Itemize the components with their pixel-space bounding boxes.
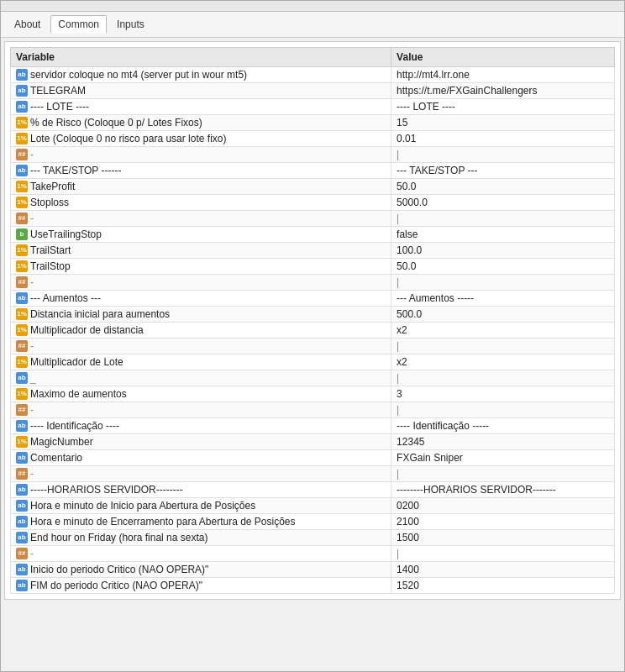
value-cell[interactable]: FXGain Sniper — [391, 450, 615, 466]
variable-label: - — [30, 404, 34, 416]
variable-label: End hour on Friday (hora final na sexta) — [30, 532, 207, 543]
value-cell[interactable]: 12345 — [391, 434, 615, 450]
col-value: Value — [391, 48, 615, 67]
value-cell[interactable]: 50.0 — [391, 179, 615, 195]
variable-cell: ##- — [11, 339, 391, 354]
table-row[interactable]: 1%TrailStop50.0 — [11, 259, 615, 275]
table-row[interactable]: ab---- Identificação -------- Identifica… — [11, 418, 615, 434]
menu-about[interactable]: About — [8, 16, 47, 33]
variable-cell: ab--- TAKE/STOP ------ — [11, 163, 391, 179]
type-icon: ## — [16, 404, 28, 416]
table-row[interactable]: abFIM do periodo Critico (NAO OPERA)"152… — [11, 578, 615, 594]
table-row[interactable]: 1%Lote (Coloque 0 no risco para usar lot… — [11, 131, 615, 147]
table-row[interactable]: 1%Maximo de aumentos3 — [11, 386, 615, 402]
table-row[interactable]: ##-| — [11, 275, 615, 291]
variable-cell: 1%MagicNumber — [11, 434, 391, 450]
table-row[interactable]: 1%Multiplicador de Lotex2 — [11, 354, 615, 370]
variable-cell: 1%TakeProfit — [11, 179, 391, 195]
menu-inputs[interactable]: Inputs — [110, 16, 151, 33]
value-cell[interactable]: x2 — [391, 354, 615, 370]
value-cell[interactable]: --------HORARIOS SERVIDOR------- — [391, 482, 615, 498]
table-row[interactable]: ab---- LOTE -------- LOTE ---- — [11, 99, 615, 115]
value-cell[interactable]: 1500 — [391, 530, 615, 546]
value-cell[interactable]: 0.01 — [391, 131, 615, 147]
value-cell[interactable]: 50.0 — [391, 259, 615, 275]
value-cell[interactable]: | — [391, 275, 615, 291]
value-cell[interactable]: https://t.me/FXGainChallengers — [391, 83, 615, 99]
value-cell[interactable]: 3 — [391, 386, 615, 402]
table-row[interactable]: abHora e minuto de Encerramento para Abe… — [11, 514, 615, 530]
variable-cell: ##- — [11, 402, 391, 418]
variable-cell: ##- — [11, 147, 391, 163]
value-cell[interactable]: | — [391, 370, 615, 386]
table-row[interactable]: bUseTrailingStopfalse — [11, 227, 615, 243]
value-cell[interactable]: 2100 — [391, 514, 615, 530]
value-cell[interactable]: --- Aumentos ----- — [391, 291, 615, 307]
table-row[interactable]: ab-----HORARIOS SERVIDOR----------------… — [11, 482, 615, 498]
type-icon: ab — [16, 532, 28, 543]
value-cell[interactable]: | — [391, 466, 615, 482]
value-cell[interactable]: 5000.0 — [391, 195, 615, 211]
variable-cell: abEnd hour on Friday (hora final na sext… — [11, 530, 391, 546]
table-row[interactable]: ##-| — [11, 546, 615, 562]
value-cell[interactable]: 15 — [391, 115, 615, 131]
variable-cell: 1%Stoploss — [11, 195, 391, 211]
variable-label: TrailStop — [30, 260, 71, 272]
type-icon: ab — [16, 484, 28, 496]
type-icon: ab — [16, 372, 28, 384]
variable-cell: abInicio do periodo Critico (NAO OPERA)" — [11, 562, 391, 578]
table-row[interactable]: ##-| — [11, 339, 615, 354]
variable-label: - — [30, 149, 34, 160]
table-row[interactable]: 1%TrailStart100.0 — [11, 243, 615, 259]
table-row[interactable]: abComentarioFXGain Sniper — [11, 450, 615, 466]
value-cell[interactable]: --- TAKE/STOP --- — [391, 163, 615, 179]
table-row[interactable]: abInicio do periodo Critico (NAO OPERA)"… — [11, 562, 615, 578]
variable-cell: ab---- LOTE ---- — [11, 99, 391, 115]
variable-cell: 1%Distancia inicial para aumentos — [11, 307, 391, 323]
value-cell[interactable]: 1400 — [391, 562, 615, 578]
table-row[interactable]: ab--- Aumentos ------ Aumentos ----- — [11, 291, 615, 307]
type-icon: 1% — [16, 308, 28, 320]
variable-label: Inicio do periodo Critico (NAO OPERA)" — [30, 564, 208, 575]
value-cell[interactable]: 500.0 — [391, 307, 615, 323]
table-row[interactable]: ab_| — [11, 370, 615, 386]
table-row[interactable]: ##-| — [11, 402, 615, 418]
table-row[interactable]: 1%Distancia inicial para aumentos500.0 — [11, 307, 615, 323]
variable-label: - — [30, 276, 34, 288]
table-row[interactable]: abEnd hour on Friday (hora final na sext… — [11, 530, 615, 546]
menu-common[interactable]: Common — [50, 15, 107, 34]
value-cell[interactable]: http://mt4.lrr.one — [391, 67, 615, 83]
value-cell[interactable]: | — [391, 402, 615, 418]
table-row[interactable]: 1%% de Risco (Coloque 0 p/ Lotes Fixos)1… — [11, 115, 615, 131]
type-icon: ## — [16, 340, 28, 352]
variable-cell: ab-----HORARIOS SERVIDOR-------- — [11, 482, 391, 498]
table-row[interactable]: ##-| — [11, 147, 615, 163]
variables-table: Variable Value abservidor coloque no mt4… — [10, 47, 615, 594]
variable-cell: ab---- Identificação ---- — [11, 418, 391, 434]
value-cell[interactable]: x2 — [391, 323, 615, 339]
table-row[interactable]: ab--- TAKE/STOP --------- TAKE/STOP --- — [11, 163, 615, 179]
value-cell[interactable]: 1520 — [391, 578, 615, 594]
value-cell[interactable]: 0200 — [391, 498, 615, 514]
table-row[interactable]: 1%Multiplicador de distanciax2 — [11, 323, 615, 339]
table-row[interactable]: ##-| — [11, 466, 615, 482]
table-row[interactable]: abTELEGRAMhttps://t.me/FXGainChallengers — [11, 83, 615, 99]
type-icon: 1% — [16, 260, 28, 272]
variable-label: TakeProfit — [30, 181, 75, 192]
value-cell[interactable]: ---- Identificação ----- — [391, 418, 615, 434]
table-row[interactable]: 1%MagicNumber12345 — [11, 434, 615, 450]
variable-cell: abComentario — [11, 450, 391, 466]
variable-label: Distancia inicial para aumentos — [30, 308, 170, 320]
table-row[interactable]: 1%Stoploss5000.0 — [11, 195, 615, 211]
value-cell[interactable]: false — [391, 227, 615, 243]
value-cell[interactable]: 100.0 — [391, 243, 615, 259]
table-row[interactable]: abHora e minuto de Inicio para Abertura … — [11, 498, 615, 514]
table-row[interactable]: ##-| — [11, 211, 615, 227]
value-cell[interactable]: | — [391, 147, 615, 163]
value-cell[interactable]: ---- LOTE ---- — [391, 99, 615, 115]
value-cell[interactable]: | — [391, 211, 615, 227]
table-row[interactable]: 1%TakeProfit50.0 — [11, 179, 615, 195]
value-cell[interactable]: | — [391, 339, 615, 354]
value-cell[interactable]: | — [391, 546, 615, 562]
table-row[interactable]: abservidor coloque no mt4 (server put in… — [11, 67, 615, 83]
